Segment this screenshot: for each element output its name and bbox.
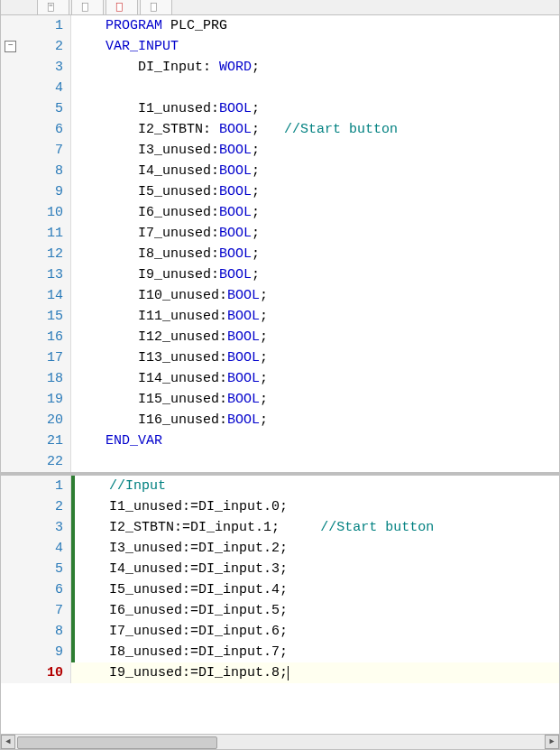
code-text[interactable]: I3_unused:=DI_input.2;: [75, 538, 559, 559]
token: I6_unused: [109, 600, 182, 621]
horizontal-scrollbar[interactable]: ◄ ►: [1, 734, 559, 749]
code-text[interactable]: //Input: [75, 476, 559, 496]
code-line[interactable]: 10 I6_unused:BOOL;: [1, 202, 559, 223]
line-number: 1: [1, 15, 71, 36]
code-text[interactable]: [71, 78, 559, 98]
code-text[interactable]: I11_unused:BOOL;: [71, 306, 559, 327]
code-text[interactable]: I14_unused:BOOL;: [71, 368, 559, 389]
line-number: 2: [1, 496, 71, 517]
code-text[interactable]: I8_unused:BOOL;: [71, 244, 559, 264]
fold-toggle[interactable]: −: [5, 41, 16, 52]
code-line[interactable]: 21 END_VAR: [1, 431, 559, 451]
code-line[interactable]: 8 I4_unused:BOOL;: [1, 161, 559, 181]
code-line[interactable]: 18 I14_unused:BOOL;: [1, 368, 559, 389]
code-line[interactable]: 7 I3_unused:BOOL;: [1, 140, 559, 161]
code-line[interactable]: 14 I10_unused:BOOL;: [1, 285, 559, 306]
code-line[interactable]: 5 I1_unused:BOOL;: [1, 98, 559, 119]
code-text[interactable]: END_VAR: [71, 431, 559, 451]
token: :: [211, 202, 219, 223]
token: I6_unused: [138, 202, 211, 223]
editor-tab[interactable]: [106, 0, 138, 14]
editor-tab[interactable]: [71, 0, 104, 14]
token: I3_unused: [109, 538, 182, 559]
code-text[interactable]: I1_unused:=DI_input.0;: [75, 496, 559, 517]
code-line[interactable]: 15 I11_unused:BOOL;: [1, 306, 559, 327]
code-line[interactable]: 17 I13_unused:BOOL;: [1, 347, 559, 368]
code-line[interactable]: 4: [1, 78, 559, 98]
token: :: [211, 140, 219, 161]
editor-tab[interactable]: [37, 0, 69, 14]
token: [162, 15, 170, 36]
scroll-thumb[interactable]: [17, 736, 217, 749]
code-text[interactable]: I12_unused:BOOL;: [71, 327, 559, 347]
code-text[interactable]: I7_unused:=DI_input.6;: [75, 621, 559, 642]
code-line[interactable]: 19 I15_unused:BOOL;: [1, 389, 559, 410]
token: :: [211, 161, 219, 181]
code-text[interactable]: I8_unused:=DI_input.7;: [75, 642, 559, 662]
code-text[interactable]: I4_unused:BOOL;: [71, 161, 559, 181]
code-text[interactable]: I5_unused:=DI_input.4;: [75, 579, 559, 600]
code-text[interactable]: I2_STBTN: BOOL; //Start button: [71, 119, 559, 140]
token: .: [263, 662, 271, 683]
code-text[interactable]: I13_unused:BOOL;: [71, 347, 559, 368]
token: 6: [271, 621, 280, 642]
code-line[interactable]: 6 I5_unused:=DI_input.4;: [1, 579, 559, 600]
code-line[interactable]: 8 I7_unused:=DI_input.6;: [1, 621, 559, 642]
code-line[interactable]: 11 I7_unused:BOOL;: [1, 223, 559, 244]
code-text[interactable]: I6_unused:=DI_input.5;: [75, 600, 559, 621]
code-text[interactable]: I7_unused:BOOL;: [71, 223, 559, 244]
editor-tab[interactable]: [140, 0, 172, 14]
code-text[interactable]: I6_unused:BOOL;: [71, 202, 559, 223]
code-text[interactable]: I1_unused:BOOL;: [71, 98, 559, 119]
code-text[interactable]: PROGRAM PLC_PRG: [71, 15, 559, 36]
token: :=: [182, 600, 198, 621]
code-text[interactable]: I5_unused:BOOL;: [71, 181, 559, 202]
code-text[interactable]: I15_unused:BOOL;: [71, 389, 559, 410]
code-line[interactable]: 6 I2_STBTN: BOOL; //Start button: [1, 119, 559, 140]
code-line[interactable]: 12 I8_unused:BOOL;: [1, 244, 559, 264]
code-text[interactable]: I2_STBTN:=DI_input.1; //Start button: [75, 517, 559, 538]
code-text[interactable]: I4_unused:=DI_input.3;: [75, 559, 559, 579]
code-text[interactable]: [71, 451, 559, 472]
code-line[interactable]: 16 I12_unused:BOOL;: [1, 327, 559, 347]
code-text[interactable]: I9_unused:BOOL;: [71, 264, 559, 285]
token: DI_input: [198, 496, 263, 517]
code-line[interactable]: 4 I3_unused:=DI_input.2;: [1, 538, 559, 559]
declarations-pane[interactable]: 1 PROGRAM PLC_PRG2− VAR_INPUT3 DI_Input:…: [1, 15, 559, 476]
token: 3: [271, 559, 280, 579]
code-line[interactable]: 13 I9_unused:BOOL;: [1, 264, 559, 285]
code-line[interactable]: 2− VAR_INPUT: [1, 36, 559, 57]
code-line[interactable]: 3 I2_STBTN:=DI_input.1; //Start button: [1, 517, 559, 538]
code-line[interactable]: 5 I4_unused:=DI_input.3;: [1, 559, 559, 579]
code-text[interactable]: I9_unused:=DI_input.8;: [75, 662, 559, 683]
implementation-pane[interactable]: 1 //Input2 I1_unused:=DI_input.0;3 I2_ST…: [1, 476, 559, 734]
code-line[interactable]: 9 I8_unused:=DI_input.7;: [1, 642, 559, 662]
token: :: [219, 368, 227, 389]
line-number: 2−: [1, 36, 71, 57]
line-number: 21: [1, 431, 71, 451]
code-text[interactable]: I10_unused:BOOL;: [71, 285, 559, 306]
code-line[interactable]: 1 PROGRAM PLC_PRG: [1, 15, 559, 36]
token: BOOL: [219, 244, 252, 264]
code-line[interactable]: 20 I16_unused:BOOL;: [1, 410, 559, 431]
token: I2_STBTN: [138, 119, 203, 140]
code-line[interactable]: 10 I9_unused:=DI_input.8;: [1, 662, 559, 683]
scroll-left-button[interactable]: ◄: [1, 735, 15, 749]
token: PROGRAM: [106, 15, 162, 36]
code-text[interactable]: I16_unused:BOOL;: [71, 410, 559, 431]
code-text[interactable]: VAR_INPUT: [71, 36, 559, 57]
code-line[interactable]: 3 DI_Input: WORD;: [1, 57, 559, 78]
code-text[interactable]: I3_unused:BOOL;: [71, 140, 559, 161]
code-line[interactable]: 7 I6_unused:=DI_input.5;: [1, 600, 559, 621]
token: :=: [182, 662, 198, 683]
token: ;: [252, 223, 260, 244]
token: :: [211, 264, 219, 285]
code-text[interactable]: DI_Input: WORD;: [71, 57, 559, 78]
token: ;: [252, 181, 260, 202]
code-line[interactable]: 22: [1, 451, 559, 472]
code-line[interactable]: 1 //Input: [1, 476, 559, 496]
token: .: [255, 517, 263, 538]
code-line[interactable]: 2 I1_unused:=DI_input.0;: [1, 496, 559, 517]
code-line[interactable]: 9 I5_unused:BOOL;: [1, 181, 559, 202]
scroll-right-button[interactable]: ►: [545, 735, 559, 749]
